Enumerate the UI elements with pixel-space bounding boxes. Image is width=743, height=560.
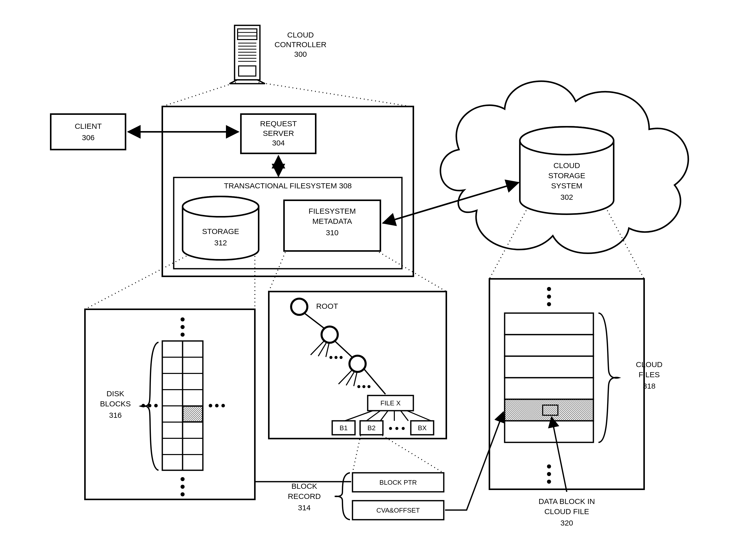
b2-label: B2 (367, 424, 376, 432)
svg-point-41 (291, 298, 307, 315)
data-block-l2: CLOUD FILE (544, 507, 589, 516)
block-record: BLOCK PTR CVA&OFFSET BLOCK RECORD 314 (288, 473, 444, 520)
svg-point-99 (215, 404, 219, 407)
fs-meta-l2: METADATA (312, 217, 352, 225)
cloud-files-l1: CLOUD (636, 360, 662, 369)
cloud-storage-cylinder: CLOUD STORAGE SYSTEM 302 (520, 127, 614, 214)
svg-point-56 (362, 385, 365, 388)
svg-point-55 (357, 385, 360, 388)
fs-tree-box: ROOT FILE X B1 B2 BX (269, 291, 446, 438)
cloud-controller: CLOUD CONTROLLER 300 (229, 26, 326, 84)
block-record-l2: RECORD (288, 492, 321, 501)
svg-point-28 (547, 302, 551, 306)
svg-rect-94 (183, 406, 202, 422)
disk-blocks-l1: DISK (106, 389, 124, 398)
svg-rect-4 (237, 29, 257, 40)
block-record-l1: BLOCK (291, 482, 317, 490)
cloud-storage-l3: SYSTEM (551, 182, 582, 190)
svg-point-49 (340, 356, 343, 359)
cloud-controller-l1: CLOUD (287, 31, 314, 39)
svg-line-72 (352, 435, 361, 473)
file-x-label: FILE X (380, 399, 400, 407)
svg-rect-32 (505, 313, 594, 335)
data-block-l1: DATA BLOCK IN (539, 497, 595, 506)
block-record-num: 314 (298, 504, 311, 512)
svg-point-69 (395, 427, 398, 430)
fs-metadata-box: FILESYSTEM METADATA 310 (284, 200, 380, 251)
svg-point-68 (389, 427, 392, 430)
fs-meta-num: 310 (326, 228, 339, 237)
svg-line-15 (162, 82, 236, 106)
cloud-storage-l2: STORAGE (548, 171, 585, 180)
svg-point-30 (547, 472, 551, 476)
svg-point-57 (367, 385, 370, 388)
cloud-controller-num: 300 (294, 50, 307, 58)
block-ptr-label: BLOCK PTR (379, 479, 417, 486)
svg-line-73 (382, 435, 443, 473)
svg-point-43 (321, 327, 338, 343)
client-l1: CLIENT (75, 122, 102, 130)
cva-offset-label: CVA&OFFSET (376, 507, 420, 514)
request-server-l2: SERVER (263, 129, 294, 137)
cloud-files-l2: FILES (639, 370, 660, 379)
svg-point-29 (547, 464, 551, 468)
tx-fs-title: TRANSACTIONAL FILESYSTEM 308 (224, 182, 352, 190)
svg-point-31 (547, 480, 551, 484)
cloud-files-box: CLOUD FILES 318 (489, 279, 663, 489)
svg-point-80 (181, 325, 185, 329)
disk-blocks-num: 316 (109, 411, 122, 419)
projection-server-mainbox (162, 82, 411, 106)
svg-rect-17 (51, 114, 126, 150)
svg-point-27 (547, 294, 551, 298)
storage-l1: STORAGE (202, 227, 239, 235)
fs-meta-l1: FILESYSTEM (309, 207, 356, 215)
storage-num: 312 (214, 239, 227, 247)
cloud-storage-num: 302 (560, 193, 573, 201)
svg-point-81 (181, 333, 185, 337)
svg-point-22 (520, 127, 614, 155)
svg-rect-14 (238, 66, 256, 76)
svg-point-47 (330, 356, 333, 359)
storage-cylinder: STORAGE 312 (183, 196, 259, 260)
cloud-controller-l2: CONTROLLER (274, 40, 326, 49)
svg-point-79 (181, 317, 185, 321)
client-num: 306 (82, 133, 95, 142)
request-server-l1: REQUEST (260, 120, 297, 128)
svg-point-98 (209, 404, 212, 407)
svg-rect-33 (505, 335, 594, 356)
data-block-in-cloud-file (543, 405, 558, 415)
svg-point-97 (154, 404, 158, 407)
disk-blocks-l2: BLOCKS (100, 400, 131, 408)
svg-point-26 (547, 287, 551, 291)
svg-rect-35 (505, 378, 594, 399)
svg-line-16 (259, 82, 411, 106)
cloud-files-num: 318 (643, 382, 656, 390)
svg-rect-34 (505, 356, 594, 378)
svg-point-82 (181, 477, 185, 481)
b1-label: B1 (340, 424, 348, 432)
disk-blocks-box: DISK BLOCKS 316 (85, 309, 255, 500)
bx-label: BX (418, 424, 427, 432)
data-block-num: 320 (560, 519, 573, 527)
svg-point-100 (221, 404, 225, 407)
request-server-box: REQUEST SERVER 304 (241, 114, 316, 153)
client-box: CLIENT 306 (51, 114, 126, 150)
svg-point-83 (181, 485, 185, 489)
svg-point-70 (402, 427, 405, 430)
root-label: ROOT (316, 302, 338, 310)
svg-point-20 (183, 196, 259, 217)
svg-rect-37 (505, 421, 594, 442)
cloud-storage-l1: CLOUD (553, 161, 580, 170)
svg-point-84 (181, 492, 185, 496)
projection-b2-record (352, 435, 443, 473)
svg-point-51 (349, 356, 366, 372)
request-server-num: 304 (272, 139, 285, 147)
svg-point-48 (335, 356, 338, 359)
